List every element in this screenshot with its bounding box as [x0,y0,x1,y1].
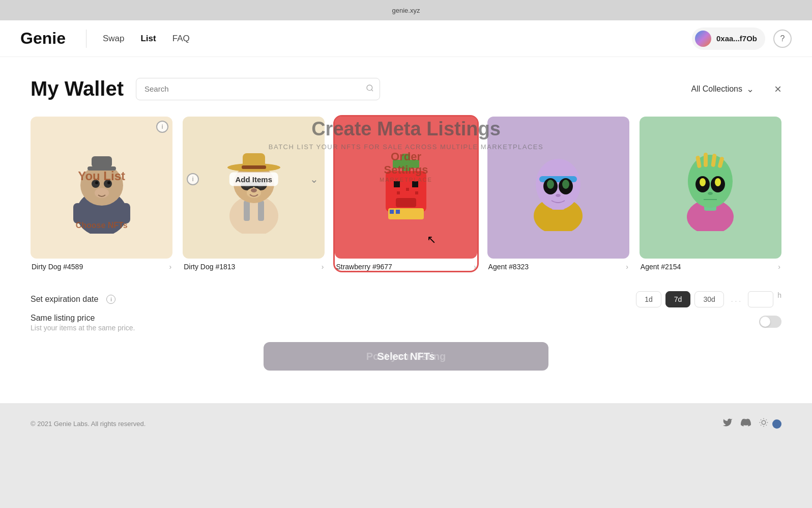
same-price-row: Same listing price List your items at th… [31,314,781,332]
add-items-badge[interactable]: Add Items [229,172,279,186]
nft-image-agent-8323 [487,117,629,259]
sun-icon[interactable] [759,418,768,430]
search-bar [136,78,380,100]
navbar: Genie Swap List FAQ 0xaa...f7Ob ? [0,20,812,57]
browser-url: genie.xyz [392,7,420,14]
nft-arrow-4: › [626,263,628,271]
svg-line-70 [766,419,767,420]
same-price-sub: List your items at the same price. [31,324,751,332]
collections-label: All Collections [691,84,742,94]
footer: © 2021 Genie Labs. All rights reserved. [0,403,812,444]
same-price-toggle[interactable] [759,316,781,328]
nft-card-agent-8323[interactable]: Agent #8323 › [487,117,629,271]
wallet-header: My Wallet All Collections ⌄ × [31,77,781,100]
search-icon [366,84,374,94]
nft-image-strawberry-9677: Order Settings MARKETPLACE [335,117,477,259]
add-items-chevron: ⌄ [310,173,318,185]
browser-bar: genie.xyz [0,0,812,20]
nft-name-dirty-dog-4589: Dirty Dog #4589 [32,263,83,271]
twitter-icon[interactable] [722,417,733,430]
svg-rect-5 [92,156,112,167]
svg-point-59 [715,178,721,186]
svg-line-66 [766,425,767,426]
search-input[interactable] [136,78,380,100]
nft-info-strawberry-9677: Strawberry #9677 › [335,259,477,271]
svg-rect-36 [396,198,416,207]
nft-image-dirty-dog-1813: Add Items ⌄ i [183,117,325,259]
svg-line-1 [371,90,373,91]
svg-line-69 [761,425,761,426]
nav-link-swap[interactable]: Swap [103,34,125,44]
svg-rect-16 [258,201,264,221]
same-price-text: Same listing price List your items at th… [31,314,751,332]
expiration-info-icon[interactable]: i [106,295,115,304]
nft-name-agent-8323: Agent #8323 [488,263,529,271]
svg-point-3 [80,165,123,206]
svg-point-47 [562,180,569,189]
svg-rect-13 [121,203,130,223]
nav-logo[interactable]: Genie [20,29,66,48]
nft-image-agent-2154 [640,117,781,259]
duration-30d-button[interactable]: 30d [694,291,723,307]
nft-card-agent-2154[interactable]: Agent #2154 › [640,117,781,271]
help-button[interactable]: ? [773,30,792,48]
nft-image-dirty-dog-4589: You List Choose NFTs i [31,117,172,259]
info-badge-card2[interactable]: i [187,173,199,185]
theme-toggle [759,418,781,430]
close-button[interactable]: × [774,82,781,96]
wallet-address: 0xaa...f7Ob [716,34,757,43]
svg-rect-12 [73,203,82,223]
collections-filter[interactable]: All Collections ⌄ [691,83,754,95]
svg-rect-53 [704,153,708,167]
svg-point-46 [547,180,554,189]
post-listing-label: Post your listing [366,351,446,362]
nft-card-dirty-dog-1813[interactable]: Add Items ⌄ i Dirty Dog #1813 › ↖ [183,117,325,271]
nft-arrow-3: › [474,263,476,271]
svg-rect-38 [390,210,394,214]
svg-point-27 [251,188,257,192]
svg-point-48 [556,194,561,197]
nav-divider [86,30,86,48]
nav-link-faq[interactable]: FAQ [172,34,190,44]
svg-point-62 [762,420,766,425]
nft-info-dirty-dog-1813: Dirty Dog #1813 › [183,259,325,271]
nft-info-agent-8323: Agent #8323 › [487,259,629,271]
svg-rect-20 [242,165,266,169]
svg-line-65 [761,419,761,420]
duration-7d-button[interactable]: 7d [665,291,691,307]
wallet-avatar [695,31,711,47]
nft-arrow-2: › [322,263,324,271]
svg-point-60 [708,192,713,195]
duration-unit: h [777,291,781,307]
action-btn-wrap: Post your listing Select NFTs [31,342,781,371]
toggle-wrap [759,316,781,328]
footer-copyright: © 2021 Genie Labs. All rights reserved. [31,420,146,428]
footer-icons [722,417,781,430]
nft-name-dirty-dog-1813: Dirty Dog #1813 [184,263,235,271]
svg-point-58 [700,178,706,186]
same-price-label: Same listing price [31,314,751,323]
action-button[interactable]: Post your listing Select NFTs [264,342,548,371]
expiration-label: Set expiration date [31,295,98,304]
svg-point-0 [367,85,372,91]
theme-mode-dot[interactable] [772,419,781,429]
duration-1d-button[interactable]: 1d [636,291,661,307]
svg-rect-33 [397,191,400,194]
nav-link-list[interactable]: List [140,34,156,44]
chevron-down-icon: ⌄ [746,83,754,95]
order-settings-overlay: Order Settings MARKETPLACE [370,150,442,183]
nav-right: 0xaa...f7Ob ? [692,27,792,50]
nft-arrow-5: › [778,263,780,271]
settings-panel: Set expiration date i 1d 7d 30d . . . h … [31,283,781,371]
nft-grid: You List Choose NFTs i Dirty Dog #4589 › [31,117,781,271]
nft-info-dirty-dog-4589: Dirty Dog #4589 › [31,259,172,271]
nft-arrow-1: › [169,263,172,271]
nft-card-strawberry-9677[interactable]: Order Settings MARKETPLACE Strawberry #9… [335,117,477,271]
nft-info-agent-2154: Agent #2154 › [640,259,781,271]
discord-icon[interactable] [741,417,751,430]
duration-custom-input[interactable] [748,291,773,307]
nav-links: Swap List FAQ [103,34,692,44]
nft-card-dirty-dog-4589[interactable]: You List Choose NFTs i Dirty Dog #4589 › [31,117,172,271]
duration-buttons: 1d 7d 30d . . . h [636,291,781,307]
wallet-pill[interactable]: 0xaa...f7Ob [692,27,765,50]
